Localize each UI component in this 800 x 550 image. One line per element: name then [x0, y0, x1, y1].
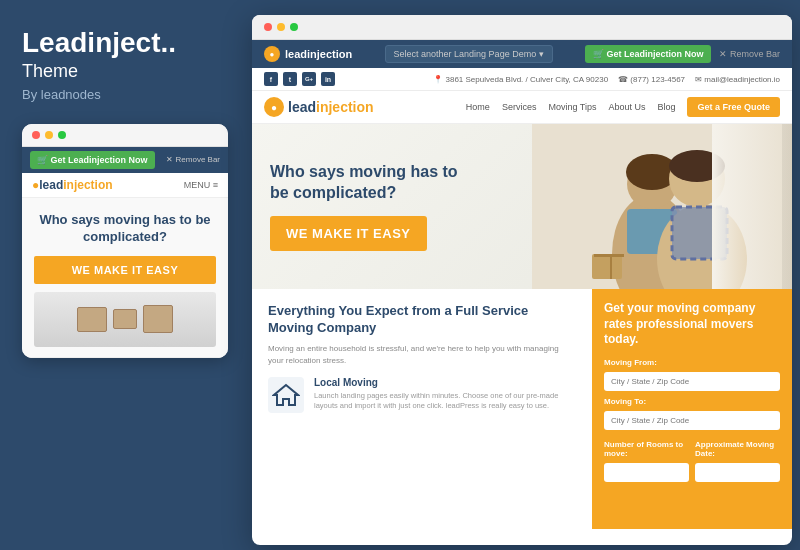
mobile-logo: ●leadinjection	[32, 178, 113, 192]
nav-bar: ● leadinjection Home Services Moving Tip…	[252, 91, 792, 124]
main-preview-window: ● leadinjection Select another Landing P…	[252, 15, 792, 545]
googleplus-icon[interactable]: G+	[302, 72, 316, 86]
nav-home[interactable]: Home	[466, 102, 490, 112]
nav-blog[interactable]: Blog	[657, 102, 675, 112]
dot-yellow	[45, 131, 53, 139]
site-cta-button[interactable]: 🛒 Get Leadinjection Now	[585, 45, 712, 63]
form-panel-title: Get your moving company rates profession…	[604, 301, 780, 348]
svg-rect-11	[594, 254, 624, 257]
mobile-browser-chrome	[22, 124, 228, 147]
mobile-menu-btn[interactable]: MENU ≡	[184, 180, 218, 190]
box-shape-3	[143, 305, 173, 333]
twitter-icon[interactable]: t	[283, 72, 297, 86]
hero-image	[532, 124, 792, 289]
chrome-dot-red	[264, 23, 272, 31]
contact-bar: f t G+ in 📍 3861 Sepulveda Blvd. / Culve…	[252, 68, 792, 91]
service-text: Local Moving Launch landing pages easily…	[314, 377, 576, 412]
dot-green	[58, 131, 66, 139]
email-text: ✉ mail@leadinjection.io	[695, 75, 780, 84]
chrome-dot-green	[290, 23, 298, 31]
nav-logo-icon: ●	[264, 97, 284, 117]
section-desc: Moving an entire household is stressful,…	[268, 343, 576, 367]
nav-about-us[interactable]: About Us	[608, 102, 645, 112]
svg-marker-13	[274, 385, 298, 405]
service-title: Local Moving	[314, 377, 576, 388]
box-shape-1	[77, 307, 107, 332]
form-triangle	[682, 291, 702, 301]
nav-services[interactable]: Services	[502, 102, 537, 112]
box-shape-2	[113, 309, 137, 329]
dot-red	[32, 131, 40, 139]
form-panel: Get your moving company rates profession…	[592, 289, 792, 529]
browser-chrome	[252, 15, 792, 40]
remove-bar-button[interactable]: ✕ Remove Bar	[719, 49, 780, 59]
service-icon-box	[268, 377, 304, 413]
site-logo-area: ● leadinjection	[264, 46, 352, 62]
form-panel-inner: Get your moving company rates profession…	[604, 301, 780, 482]
form-to-label: Moving To:	[604, 397, 780, 406]
svg-rect-12	[610, 254, 612, 279]
mobile-nav: ●leadinjection MENU ≡	[22, 173, 228, 198]
form-date-label: Approximate Moving Date:	[695, 440, 780, 458]
service-item-local-moving: Local Moving Launch landing pages easily…	[268, 377, 576, 413]
hero-title: Who says moving has to be complicated?	[270, 162, 470, 204]
nav-free-quote-btn[interactable]: Get a Free Quote	[687, 97, 780, 117]
bottom-content: Everything You Expect from a Full Servic…	[252, 289, 792, 529]
form-rooms-input[interactable]	[604, 463, 689, 482]
mobile-hero: Who says moving has to be complicated? W…	[22, 198, 228, 358]
section-title: Everything You Expect from a Full Servic…	[268, 303, 576, 337]
facebook-icon[interactable]: f	[264, 72, 278, 86]
hero-fade-overlay	[712, 124, 792, 289]
address-text: 📍 3861 Sepulveda Blvd. / Culver City, CA…	[433, 75, 608, 84]
nav-links: Home Services Moving Tips About Us Blog …	[466, 97, 780, 117]
form-from-label: Moving From:	[604, 358, 780, 367]
hero-cta-button[interactable]: WE MAKE IT EASY	[270, 216, 427, 251]
nav-moving-tips[interactable]: Moving Tips	[548, 102, 596, 112]
demo-select-dropdown[interactable]: Select another Landing Page Demo ▾	[385, 45, 553, 63]
contact-info: 📍 3861 Sepulveda Blvd. / Culver City, CA…	[433, 75, 780, 84]
hero-section: Who says moving has to be complicated? W…	[252, 124, 792, 289]
site-logo-icon: ●	[264, 46, 280, 62]
content-left: Everything You Expect from a Full Servic…	[252, 289, 592, 529]
social-icons: f t G+ in	[264, 72, 335, 86]
mobile-hero-title: Who says moving has to be complicated?	[34, 212, 216, 246]
mobile-hero-cta[interactable]: WE MAKE IT EASY	[34, 256, 216, 284]
nav-logo: ● leadinjection	[264, 97, 374, 117]
theme-subtitle: Theme	[22, 61, 226, 82]
form-to-input[interactable]	[604, 411, 780, 430]
house-icon	[272, 381, 300, 409]
theme-by: By leadnodes	[22, 87, 226, 102]
phone-text: ☎ (877) 123-4567	[618, 75, 685, 84]
site-logo-text: leadinjection	[285, 48, 352, 60]
form-rooms-label: Number of Rooms to move:	[604, 440, 689, 458]
form-date-input[interactable]	[695, 463, 780, 482]
nav-logo-text: leadinjection	[288, 99, 374, 115]
mobile-cta-bar: 🛒 Get Leadinjection Now ✕ Remove Bar	[22, 147, 228, 173]
chrome-dot-yellow	[277, 23, 285, 31]
mobile-preview-card: 🛒 Get Leadinjection Now ✕ Remove Bar ●le…	[22, 124, 228, 358]
theme-title: Leadinject..	[22, 28, 226, 59]
service-desc: Launch landing pages easily within minut…	[314, 391, 576, 412]
linkedin-icon[interactable]: in	[321, 72, 335, 86]
svg-rect-10	[592, 254, 622, 279]
form-from-input[interactable]	[604, 372, 780, 391]
mobile-remove-bar-btn[interactable]: ✕ Remove Bar	[166, 155, 220, 164]
mobile-cta-button[interactable]: 🛒 Get Leadinjection Now	[30, 151, 155, 169]
site-top-cta-bar: ● leadinjection Select another Landing P…	[252, 40, 792, 68]
mobile-hero-image	[34, 292, 216, 347]
left-panel: Leadinject.. Theme By leadnodes 🛒 Get Le…	[0, 0, 248, 550]
